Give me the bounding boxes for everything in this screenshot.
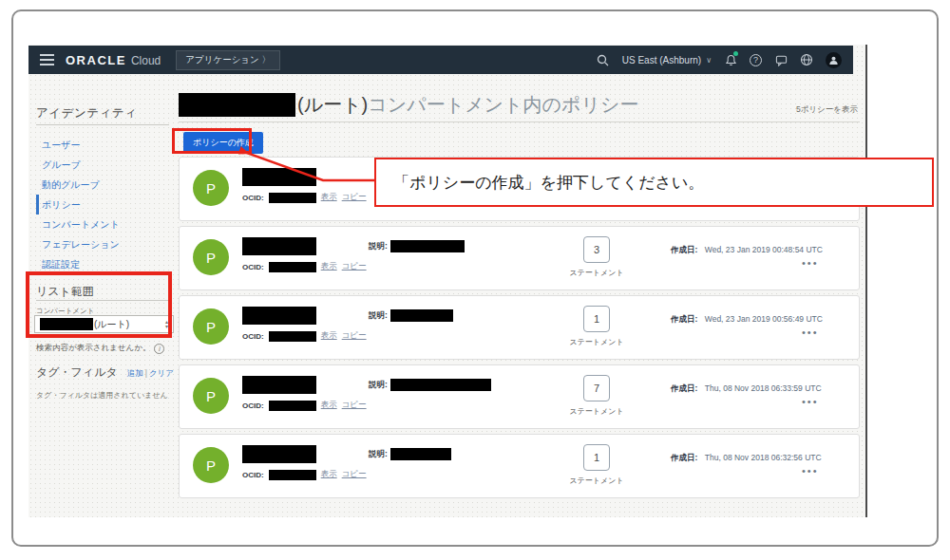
ocid-show-link[interactable]: 表示 (321, 192, 337, 203)
ocid-label: OCID: (242, 194, 264, 202)
ocid-copy-link[interactable]: コピー (342, 400, 367, 411)
row-actions-menu-icon[interactable]: ••• (802, 465, 819, 476)
redacted-ocid (269, 262, 316, 272)
policy-avatar: P (193, 308, 229, 345)
sidebar-item[interactable]: 認証設定 (36, 254, 169, 274)
ocid-label: OCID: (242, 401, 264, 410)
policy-row: P OCID: 表示 コピー 説明: 7 ステートメント 作成日: Thu, 0… (179, 364, 860, 429)
annotation-callout-text: 「ポリシーの作成」を押下してください。 (393, 172, 704, 194)
ocid-copy-link[interactable]: コピー (342, 261, 367, 272)
statement-count-box: 1 (583, 306, 610, 332)
create-policy-button[interactable]: ポリシーの作成 (183, 132, 263, 154)
ocid-copy-link[interactable]: コピー (342, 330, 367, 342)
avatar-letter: P (206, 180, 216, 196)
created-label: 作成日: (671, 245, 697, 254)
sidebar-item[interactable]: ユーザー (36, 135, 169, 155)
tag-clear-link[interactable]: クリア (149, 368, 174, 378)
annotation-callout: 「ポリシーの作成」を押下してください。 (374, 158, 934, 207)
feedback-chat-icon[interactable] (774, 53, 788, 66)
statements-label: ステートメント (569, 476, 624, 486)
sidebar-item[interactable]: グループ (36, 155, 169, 175)
chevron-down-icon: ∨ (706, 56, 712, 65)
redacted-description (390, 240, 465, 252)
policy-avatar: P (193, 378, 229, 414)
tag-filter-empty-text: タグ・フィルタは適用されていません (36, 390, 168, 401)
policy-row: P OCID: 表示 コピー 説明: 1 ステートメント 作成日: Wed, 2… (179, 295, 860, 360)
region-label: US East (Ashburn) (622, 55, 701, 65)
avatar-letter: P (206, 457, 216, 474)
sidebar-item[interactable]: 動的グループ (36, 175, 169, 195)
redacted-policy-name (242, 376, 316, 394)
redacted-ocid (269, 470, 316, 480)
row-actions-menu-icon[interactable]: ••• (802, 327, 819, 338)
redacted-title-compartment (179, 93, 295, 117)
brand-cloud: Cloud (131, 54, 161, 67)
statements-label: ステートメント (569, 407, 624, 417)
ocid-copy-link[interactable]: コピー (342, 192, 367, 203)
ocid-show-link[interactable]: 表示 (321, 469, 337, 480)
created-label: 作成日: (671, 314, 697, 324)
redacted-policy-name (242, 237, 316, 255)
created-label: 作成日: (671, 453, 697, 462)
title-root-suffix: (ルート) (297, 92, 368, 118)
ocid-show-link[interactable]: 表示 (321, 400, 337, 411)
browser-screenshot: ORACLE Cloud アプリケーション 〉 US East (Ashburn… (28, 45, 867, 517)
tag-filter-header: タグ・フィルタ 追加|クリア (36, 364, 174, 381)
notifications-bell-icon[interactable] (724, 53, 737, 66)
compartment-root-label: (ルート) (94, 318, 129, 331)
tag-filter-heading: タグ・フィルタ (36, 364, 118, 381)
created-label: 作成日: (671, 383, 697, 393)
statement-count: 1 (594, 452, 599, 463)
redacted-compartment-name (40, 318, 93, 330)
redacted-description (390, 379, 491, 391)
list-scope-divider (36, 300, 169, 301)
redacted-ocid (269, 401, 316, 411)
ocid-label: OCID: (242, 332, 264, 341)
description-label: 説明: (369, 449, 388, 460)
console-topbar: ORACLE Cloud アプリケーション 〉 US East (Ashburn… (28, 46, 853, 74)
tag-add-link[interactable]: 追加 (127, 368, 143, 378)
select-spinner-icon: ▴▾ (165, 320, 168, 328)
redacted-policy-name (242, 307, 316, 325)
statement-count: 1 (594, 313, 599, 325)
title-divider (179, 121, 860, 122)
ocid-show-link[interactable]: 表示 (321, 261, 337, 272)
search-icon[interactable] (597, 53, 610, 66)
sidebar-item[interactable]: フェデレーション (36, 234, 169, 254)
language-globe-icon[interactable] (800, 53, 813, 66)
oracle-cloud-logo: ORACLE Cloud (66, 53, 161, 67)
avatar-letter: P (206, 250, 216, 266)
hamburger-menu-icon[interactable] (40, 54, 54, 65)
policy-row: P OCID: 表示 コピー 説明: 3 ステートメント 作成日: Wed, 2… (179, 226, 860, 290)
row-actions-menu-icon[interactable]: ••• (802, 257, 819, 269)
redacted-policy-name (242, 445, 316, 463)
policy-count-label: 5ポリシーを表示 (796, 104, 858, 116)
sidebar-item[interactable]: ポリシー (36, 195, 169, 215)
ocid-label: OCID: (242, 263, 264, 271)
statement-count: 7 (594, 383, 599, 394)
screenshot-root: ORACLE Cloud アプリケーション 〉 US East (Ashburn… (0, 0, 950, 560)
description-label: 説明: (369, 310, 388, 322)
redacted-ocid (269, 193, 316, 203)
avatar-letter: P (206, 388, 216, 404)
policy-list: P OCID: 表示 コピー 説明: ステートメント 作成日: ••• P OC… (179, 157, 860, 503)
ocid-show-link[interactable]: 表示 (321, 330, 337, 342)
search-hint-text: 検索内容が表示されませんか。 (36, 343, 150, 354)
policy-row: P OCID: 表示 コピー 説明: 1 ステートメント 作成日: Thu, 0… (179, 434, 860, 498)
user-avatar-icon[interactable] (826, 52, 842, 68)
help-icon[interactable]: ? (750, 54, 762, 66)
redacted-description (390, 309, 453, 322)
brand-oracle: ORACLE (66, 53, 126, 67)
breadcrumb[interactable]: アプリケーション 〉 (176, 50, 280, 70)
description-label: 説明: (369, 241, 388, 252)
redacted-description (390, 448, 451, 460)
region-selector[interactable]: US East (Ashburn) ∨ (622, 55, 712, 65)
ocid-label: OCID: (242, 471, 264, 479)
sidebar-divider (36, 124, 169, 125)
sidebar-item[interactable]: コンパートメント (36, 215, 169, 234)
statement-count: 3 (594, 244, 599, 255)
ocid-copy-link[interactable]: コピー (342, 469, 367, 480)
compartment-select[interactable]: (ルート) ▴▾ (34, 315, 174, 333)
info-icon[interactable]: i (154, 344, 164, 354)
row-actions-menu-icon[interactable]: ••• (802, 396, 819, 407)
